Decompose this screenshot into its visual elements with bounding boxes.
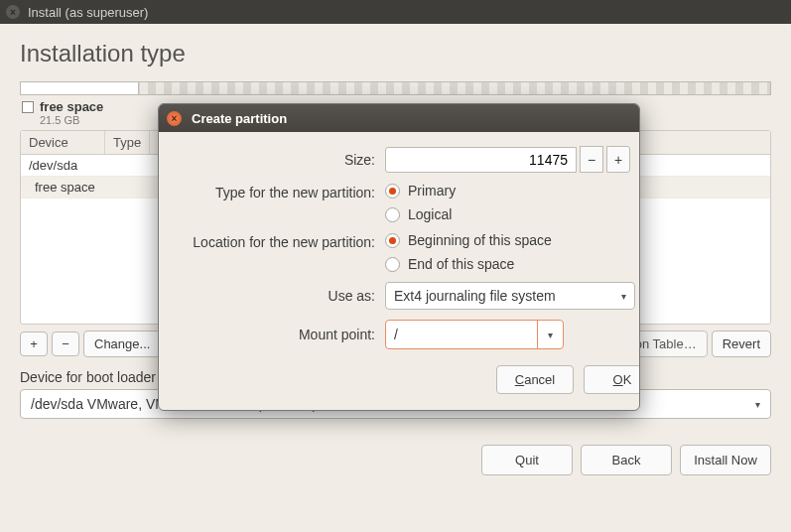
radio-end[interactable]: End of this space	[385, 256, 640, 272]
freespace-color-swatch	[22, 101, 34, 113]
radio-dot-icon	[385, 184, 400, 199]
radio-primary[interactable]: Primary	[385, 183, 640, 199]
mount-point-select[interactable]: / ▾	[385, 320, 564, 349]
partition-type-group: Primary Logical	[385, 183, 640, 222]
dialog-titlebar: × Create partition	[159, 104, 639, 132]
cancel-button[interactable]: Cancel	[496, 365, 574, 394]
freespace-label: free space	[40, 99, 103, 114]
size-decrement-button[interactable]: −	[580, 146, 603, 173]
use-as-value: Ext4 journaling file system	[394, 288, 556, 304]
add-partition-button[interactable]: +	[20, 332, 48, 356]
chevron-down-icon: ▾	[537, 321, 563, 348]
partition-location-label: Location for the new partition:	[177, 232, 375, 250]
remove-partition-button[interactable]: −	[52, 332, 79, 356]
back-button[interactable]: Back	[581, 445, 672, 475]
create-partition-dialog: × Create partition Size: − + MB Type for…	[158, 103, 640, 411]
cell-device: free space	[21, 177, 105, 198]
partition-type-label: Type for the new partition:	[177, 183, 375, 200]
radio-dot-icon	[385, 233, 400, 248]
freespace-size: 21.5 GB	[40, 114, 103, 126]
use-as-label: Use as:	[177, 288, 375, 304]
dialog-buttons: Cancel OK	[177, 365, 640, 394]
radio-logical-label: Logical	[408, 206, 452, 222]
use-as-select[interactable]: Ext4 journaling file system ▾	[385, 282, 635, 310]
dialog-close-icon[interactable]: ×	[167, 111, 182, 126]
size-field: − + MB	[385, 146, 640, 173]
radio-dot-icon	[385, 257, 400, 272]
radio-end-label: End of this space	[408, 256, 514, 272]
footer-buttons: Quit Back Install Now	[20, 445, 771, 475]
partition-location-group: Beginning of this space End of this spac…	[385, 232, 640, 272]
col-device[interactable]: Device	[21, 131, 105, 154]
radio-begin-label: Beginning of this space	[408, 232, 552, 248]
size-label: Size:	[177, 152, 375, 168]
install-now-button[interactable]: Install Now	[680, 445, 771, 475]
chevron-down-icon: ▾	[621, 291, 626, 302]
radio-dot-icon	[385, 207, 400, 222]
col-type[interactable]: Type	[105, 131, 150, 154]
revert-button[interactable]: Revert	[712, 331, 771, 357]
quit-button[interactable]: Quit	[481, 445, 573, 475]
radio-primary-label: Primary	[408, 183, 456, 199]
cell-device: /dev/sda	[21, 155, 105, 176]
window-titlebar: × Install (as superuser)	[0, 0, 791, 24]
mount-point-label: Mount point:	[177, 327, 375, 342]
radio-begin[interactable]: Beginning of this space	[385, 232, 640, 248]
size-input[interactable]	[385, 147, 577, 173]
page-heading: Installation type	[0, 24, 791, 81]
window-close-icon[interactable]: ×	[6, 5, 20, 19]
window-title: Install (as superuser)	[28, 5, 148, 20]
size-increment-button[interactable]: +	[606, 146, 630, 173]
dialog-title: Create partition	[192, 111, 287, 126]
change-partition-button[interactable]: Change...	[83, 331, 161, 357]
radio-logical[interactable]: Logical	[385, 206, 640, 222]
disk-usage-bar	[20, 81, 771, 95]
mount-point-value: /	[394, 327, 398, 342]
chevron-down-icon: ▾	[755, 399, 760, 410]
ok-button[interactable]: OK	[584, 365, 640, 394]
